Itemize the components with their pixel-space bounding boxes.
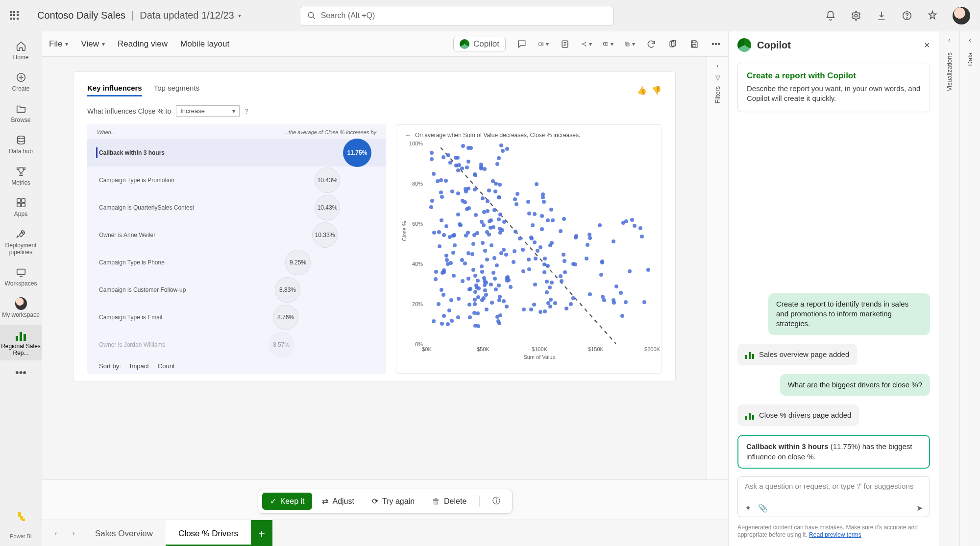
trophy-icon [15, 166, 27, 177]
app-launcher-icon[interactable] [10, 11, 20, 21]
delete-button[interactable]: 🗑Delete [424, 493, 474, 510]
nav-apps[interactable]: Apps [0, 193, 42, 221]
settings-icon[interactable] [851, 10, 861, 21]
try-again-button[interactable]: ⟳Try again [364, 493, 422, 510]
copilot-input[interactable]: Ask a question or request, or type '/' f… [737, 476, 930, 517]
copilot-disclaimer: AI-generated content can have mistakes. … [729, 521, 939, 546]
page-tab-sales-overview[interactable]: Sales Overview [82, 520, 166, 546]
svg-rect-10 [21, 203, 24, 207]
duplicate-icon[interactable] [667, 39, 678, 49]
chat-message-highlight: Callback within 3 hours (11.75%) has the… [737, 435, 930, 469]
nav-data-hub[interactable]: Data hub [0, 130, 42, 159]
nav-deployment-pipelines[interactable]: Deployment pipelines [0, 224, 42, 260]
bars-icon [745, 350, 754, 359]
info-button[interactable]: ⓘ [485, 492, 508, 510]
svg-point-0 [308, 12, 314, 18]
copy-icon[interactable]: ▾ [624, 39, 635, 49]
tab-key-influencers[interactable]: Key influencers [87, 84, 142, 96]
thumbs-up-icon[interactable]: 👍 [637, 86, 647, 95]
add-page-button[interactable]: + [251, 520, 272, 546]
more-icon[interactable]: ••• [710, 39, 721, 49]
influencer-row[interactable]: Campaign Type is Email 8.76% [87, 304, 386, 331]
thumbs-down-icon[interactable]: 👎 [652, 86, 662, 95]
chevron-left-icon[interactable]: ‹ [716, 62, 718, 69]
copilot-title: Copilot [757, 40, 791, 51]
file-menu[interactable]: File▾ [49, 39, 68, 49]
chat-message-system[interactable]: Sales overview page added [737, 344, 857, 365]
data-pane-collapsed[interactable]: ‹ Data [959, 31, 980, 546]
influencer-row[interactable]: Campaign is QuarterlySales Contest 10.43… [87, 194, 386, 221]
svg-point-4 [906, 17, 907, 18]
nav-create[interactable]: Create [0, 68, 42, 96]
save-icon[interactable] [689, 39, 700, 49]
sort-count[interactable]: Count [158, 362, 175, 370]
nav-more-icon[interactable]: ••• [15, 366, 26, 379]
report-title[interactable]: Contoso Daily Sales [37, 10, 125, 21]
sparkle-icon[interactable]: ✦ [745, 503, 751, 513]
influencer-row[interactable]: Campaign is Customer Follow-up 8.83% [87, 276, 386, 304]
reading-view-button[interactable]: Reading view [118, 39, 168, 49]
visualizations-pane-collapsed[interactable]: ‹ Visualizations [939, 31, 959, 546]
filters-pane-collapsed[interactable]: ‹ ▽ Filters [707, 57, 728, 479]
adjust-button[interactable]: ⇄Adjust [314, 493, 362, 510]
nav-home[interactable]: Home [0, 36, 42, 65]
sort-impact[interactable]: Impact [130, 362, 149, 370]
view-menu[interactable]: View▾ [81, 39, 105, 49]
header-actions [825, 7, 970, 24]
user-avatar[interactable] [953, 7, 970, 24]
influencer-row[interactable]: Campaign Type is Promotion 10.43% [87, 166, 386, 194]
scatter-chart[interactable]: ← On average when Sum of Value decreases… [396, 124, 662, 374]
mobile-layout-button[interactable]: Mobile layout [180, 39, 229, 49]
notifications-icon[interactable] [825, 10, 836, 21]
influencer-row[interactable]: Campaign Type is Phone 9.25% [87, 249, 386, 276]
help-icon[interactable]: ? [245, 107, 248, 115]
influencer-row[interactable]: Owner is Anne Weiler 10.33% [87, 221, 386, 249]
back-arrow-icon[interactable]: ← [405, 132, 411, 139]
nav-regional-sales-report[interactable]: Regional Sales Rep... [0, 325, 42, 360]
search-icon [307, 11, 316, 20]
data-updated[interactable]: Data updated 1/12/23 ▾ [140, 10, 241, 21]
search-input[interactable]: Search (Alt +Q) [300, 6, 613, 25]
chevron-left-icon[interactable]: ‹ [948, 36, 950, 44]
nav-metrics[interactable]: Metrics [0, 162, 42, 190]
preview-terms-link[interactable]: Read preview terms [809, 531, 861, 538]
present-icon[interactable]: ▾ [603, 39, 613, 49]
refresh-icon[interactable] [646, 39, 657, 49]
chat-icon[interactable] [516, 39, 527, 49]
tabs-prev-icon[interactable]: ‹ [47, 520, 65, 546]
trash-icon: 🗑 [432, 497, 440, 506]
chevron-left-icon[interactable]: ‹ [969, 36, 971, 44]
share-icon[interactable]: ▾ [581, 39, 592, 49]
attach-icon[interactable]: 📎 [758, 503, 768, 513]
close-icon[interactable]: ✕ [924, 41, 930, 50]
nav-browse[interactable]: Browse [0, 99, 42, 127]
send-icon[interactable]: ➤ [916, 503, 923, 513]
tab-top-segments[interactable]: Top segments [154, 84, 199, 96]
chat-message-user: What are the biggest drivers for close %… [780, 374, 930, 396]
apps-icon [15, 197, 27, 209]
teams-icon[interactable]: ▾ [538, 39, 549, 49]
ki-question: What influences Close % to Increase ▾ ? [87, 105, 662, 117]
increase-select[interactable]: Increase ▾ [176, 105, 240, 117]
top-header: Contoso Daily Sales | Data updated 1/12/… [0, 0, 980, 31]
tabs-next-icon[interactable]: › [65, 520, 82, 546]
chat-message-user: Create a report to identify trends in sa… [768, 293, 930, 335]
download-icon[interactable] [876, 10, 887, 21]
left-nav-rail: Home Create Browse Data hub Metrics Apps… [0, 31, 42, 546]
nav-workspaces[interactable]: Workspaces [0, 262, 42, 291]
feedback-icon[interactable] [927, 10, 938, 21]
influencer-row[interactable]: Callback within 3 hours 11.75% [87, 139, 386, 166]
influencer-row[interactable]: Owner is Jordan Williams 8.57% [87, 331, 386, 358]
copilot-button[interactable]: Copilot [453, 37, 506, 51]
nav-powerbi-home[interactable]: Power BI [0, 515, 42, 546]
value-bubble: 11.75% [343, 139, 371, 167]
help-icon[interactable] [902, 10, 912, 21]
chat-message-system[interactable]: Close % drivers page added [737, 404, 859, 426]
key-influencers-visual[interactable]: Key influencers Top segments 👍 👎 What in… [73, 71, 676, 382]
export-icon[interactable] [560, 39, 570, 49]
svg-rect-7 [17, 199, 20, 202]
nav-my-workspace[interactable]: My workspace [0, 294, 42, 322]
keep-it-button[interactable]: ✓Keep it [262, 493, 313, 510]
page-tab-close-drivers[interactable]: Close % Drivers [166, 520, 251, 546]
folder-icon [15, 103, 27, 115]
